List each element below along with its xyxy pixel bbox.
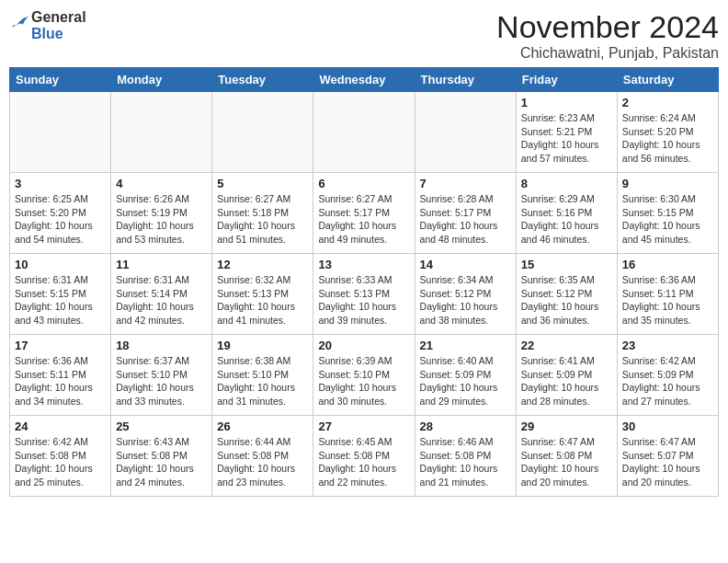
day-number: 2 bbox=[622, 96, 713, 109]
logo: General Blue bbox=[9, 9, 86, 41]
calendar-cell bbox=[313, 92, 415, 173]
day-number: 17 bbox=[15, 339, 106, 352]
day-info: Sunrise: 6:42 AMSunset: 5:09 PMDaylight:… bbox=[622, 354, 713, 408]
day-info: Sunrise: 6:37 AMSunset: 5:10 PMDaylight:… bbox=[116, 354, 207, 408]
month-title: November 2024 bbox=[496, 9, 719, 45]
day-number: 3 bbox=[15, 177, 106, 190]
day-number: 29 bbox=[521, 419, 612, 433]
day-number: 18 bbox=[116, 339, 207, 352]
day-info: Sunrise: 6:38 AMSunset: 5:10 PMDaylight:… bbox=[217, 354, 308, 408]
week-row-5: 24Sunrise: 6:42 AMSunset: 5:08 PMDayligh… bbox=[10, 416, 719, 497]
day-number: 19 bbox=[217, 339, 308, 352]
day-info: Sunrise: 6:29 AMSunset: 5:16 PMDaylight:… bbox=[521, 192, 612, 247]
day-info: Sunrise: 6:35 AMSunset: 5:12 PMDaylight:… bbox=[521, 273, 612, 327]
day-number: 6 bbox=[318, 177, 409, 190]
day-info: Sunrise: 6:25 AMSunset: 5:20 PMDaylight:… bbox=[15, 192, 106, 247]
day-number: 12 bbox=[217, 258, 308, 271]
day-info: Sunrise: 6:33 AMSunset: 5:13 PMDaylight:… bbox=[318, 273, 409, 327]
calendar-cell: 23Sunrise: 6:42 AMSunset: 5:09 PMDayligh… bbox=[617, 335, 718, 416]
day-number: 13 bbox=[318, 258, 409, 271]
day-number: 14 bbox=[420, 258, 511, 271]
day-info: Sunrise: 6:34 AMSunset: 5:12 PMDaylight:… bbox=[420, 273, 511, 327]
week-row-4: 17Sunrise: 6:36 AMSunset: 5:11 PMDayligh… bbox=[10, 335, 719, 416]
calendar-cell bbox=[212, 92, 313, 173]
day-info: Sunrise: 6:45 AMSunset: 5:08 PMDaylight:… bbox=[318, 435, 409, 489]
calendar-cell: 1Sunrise: 6:23 AMSunset: 5:21 PMDaylight… bbox=[516, 92, 617, 173]
day-number: 20 bbox=[318, 339, 409, 352]
week-row-1: 1Sunrise: 6:23 AMSunset: 5:21 PMDaylight… bbox=[10, 92, 719, 173]
week-row-2: 3Sunrise: 6:25 AMSunset: 5:20 PMDaylight… bbox=[10, 173, 719, 254]
col-header-friday: Friday bbox=[516, 68, 617, 92]
day-info: Sunrise: 6:36 AMSunset: 5:11 PMDaylight:… bbox=[622, 273, 713, 327]
day-number: 22 bbox=[521, 339, 612, 352]
logo-text-general: General bbox=[31, 9, 86, 26]
day-info: Sunrise: 6:27 AMSunset: 5:18 PMDaylight:… bbox=[217, 192, 308, 247]
calendar-cell: 29Sunrise: 6:47 AMSunset: 5:08 PMDayligh… bbox=[516, 416, 617, 497]
title-block: November 2024 Chichawatni, Punjab, Pakis… bbox=[496, 9, 719, 62]
calendar-cell: 11Sunrise: 6:31 AMSunset: 5:14 PMDayligh… bbox=[111, 254, 212, 335]
day-info: Sunrise: 6:41 AMSunset: 5:09 PMDaylight:… bbox=[521, 354, 612, 408]
day-number: 5 bbox=[217, 177, 308, 190]
day-number: 8 bbox=[521, 177, 612, 190]
calendar-cell: 21Sunrise: 6:40 AMSunset: 5:09 PMDayligh… bbox=[415, 335, 516, 416]
day-number: 25 bbox=[116, 419, 207, 433]
day-info: Sunrise: 6:28 AMSunset: 5:17 PMDaylight:… bbox=[420, 192, 511, 247]
day-info: Sunrise: 6:27 AMSunset: 5:17 PMDaylight:… bbox=[318, 192, 409, 247]
calendar-cell: 28Sunrise: 6:46 AMSunset: 5:08 PMDayligh… bbox=[415, 416, 516, 497]
day-number: 23 bbox=[622, 339, 713, 352]
calendar-cell: 18Sunrise: 6:37 AMSunset: 5:10 PMDayligh… bbox=[111, 335, 212, 416]
day-info: Sunrise: 6:46 AMSunset: 5:08 PMDaylight:… bbox=[420, 435, 511, 489]
col-header-wednesday: Wednesday bbox=[313, 68, 415, 92]
calendar-cell: 2Sunrise: 6:24 AMSunset: 5:20 PMDaylight… bbox=[617, 92, 718, 173]
calendar-cell: 26Sunrise: 6:44 AMSunset: 5:08 PMDayligh… bbox=[212, 416, 313, 497]
calendar-cell: 7Sunrise: 6:28 AMSunset: 5:17 PMDaylight… bbox=[415, 173, 516, 254]
day-number: 1 bbox=[521, 96, 612, 109]
day-number: 21 bbox=[420, 339, 511, 352]
calendar-cell bbox=[10, 92, 111, 173]
col-header-sunday: Sunday bbox=[10, 68, 111, 92]
calendar-cell: 19Sunrise: 6:38 AMSunset: 5:10 PMDayligh… bbox=[212, 335, 313, 416]
calendar-cell: 22Sunrise: 6:41 AMSunset: 5:09 PMDayligh… bbox=[516, 335, 617, 416]
day-number: 15 bbox=[521, 258, 612, 271]
day-info: Sunrise: 6:26 AMSunset: 5:19 PMDaylight:… bbox=[116, 192, 207, 247]
calendar-table: SundayMondayTuesdayWednesdayThursdayFrid… bbox=[9, 67, 719, 497]
calendar-cell: 30Sunrise: 6:47 AMSunset: 5:07 PMDayligh… bbox=[617, 416, 718, 497]
day-info: Sunrise: 6:31 AMSunset: 5:14 PMDaylight:… bbox=[116, 273, 207, 327]
day-number: 30 bbox=[622, 419, 713, 433]
calendar-cell: 6Sunrise: 6:27 AMSunset: 5:17 PMDaylight… bbox=[313, 173, 415, 254]
day-info: Sunrise: 6:36 AMSunset: 5:11 PMDaylight:… bbox=[15, 354, 106, 408]
col-header-saturday: Saturday bbox=[617, 68, 718, 92]
day-info: Sunrise: 6:30 AMSunset: 5:15 PMDaylight:… bbox=[622, 192, 713, 247]
day-number: 10 bbox=[15, 258, 106, 271]
calendar-cell: 15Sunrise: 6:35 AMSunset: 5:12 PMDayligh… bbox=[516, 254, 617, 335]
week-row-3: 10Sunrise: 6:31 AMSunset: 5:15 PMDayligh… bbox=[10, 254, 719, 335]
day-info: Sunrise: 6:44 AMSunset: 5:08 PMDaylight:… bbox=[217, 435, 308, 489]
day-info: Sunrise: 6:47 AMSunset: 5:08 PMDaylight:… bbox=[521, 435, 612, 489]
col-header-thursday: Thursday bbox=[415, 68, 516, 92]
calendar-cell: 4Sunrise: 6:26 AMSunset: 5:19 PMDaylight… bbox=[111, 173, 212, 254]
calendar-cell: 17Sunrise: 6:36 AMSunset: 5:11 PMDayligh… bbox=[10, 335, 111, 416]
day-info: Sunrise: 6:31 AMSunset: 5:15 PMDaylight:… bbox=[15, 273, 106, 327]
day-number: 27 bbox=[318, 419, 409, 433]
col-header-monday: Monday bbox=[111, 68, 212, 92]
day-info: Sunrise: 6:32 AMSunset: 5:13 PMDaylight:… bbox=[217, 273, 308, 327]
calendar-cell: 24Sunrise: 6:42 AMSunset: 5:08 PMDayligh… bbox=[10, 416, 111, 497]
day-info: Sunrise: 6:43 AMSunset: 5:08 PMDaylight:… bbox=[116, 435, 207, 489]
day-number: 28 bbox=[420, 419, 511, 433]
logo-bird-icon bbox=[9, 14, 29, 34]
calendar-cell: 8Sunrise: 6:29 AMSunset: 5:16 PMDaylight… bbox=[516, 173, 617, 254]
calendar-cell: 5Sunrise: 6:27 AMSunset: 5:18 PMDaylight… bbox=[212, 173, 313, 254]
col-header-tuesday: Tuesday bbox=[212, 68, 313, 92]
calendar-cell: 27Sunrise: 6:45 AMSunset: 5:08 PMDayligh… bbox=[313, 416, 415, 497]
day-number: 9 bbox=[622, 177, 713, 190]
day-number: 4 bbox=[116, 177, 207, 190]
day-info: Sunrise: 6:24 AMSunset: 5:20 PMDaylight:… bbox=[622, 111, 713, 166]
day-number: 16 bbox=[622, 258, 713, 271]
calendar-cell: 3Sunrise: 6:25 AMSunset: 5:20 PMDaylight… bbox=[10, 173, 111, 254]
calendar-cell: 25Sunrise: 6:43 AMSunset: 5:08 PMDayligh… bbox=[111, 416, 212, 497]
calendar-cell: 10Sunrise: 6:31 AMSunset: 5:15 PMDayligh… bbox=[10, 254, 111, 335]
calendar-cell bbox=[111, 92, 212, 173]
calendar-header-row: SundayMondayTuesdayWednesdayThursdayFrid… bbox=[10, 68, 719, 92]
day-number: 11 bbox=[116, 258, 207, 271]
day-info: Sunrise: 6:40 AMSunset: 5:09 PMDaylight:… bbox=[420, 354, 511, 408]
